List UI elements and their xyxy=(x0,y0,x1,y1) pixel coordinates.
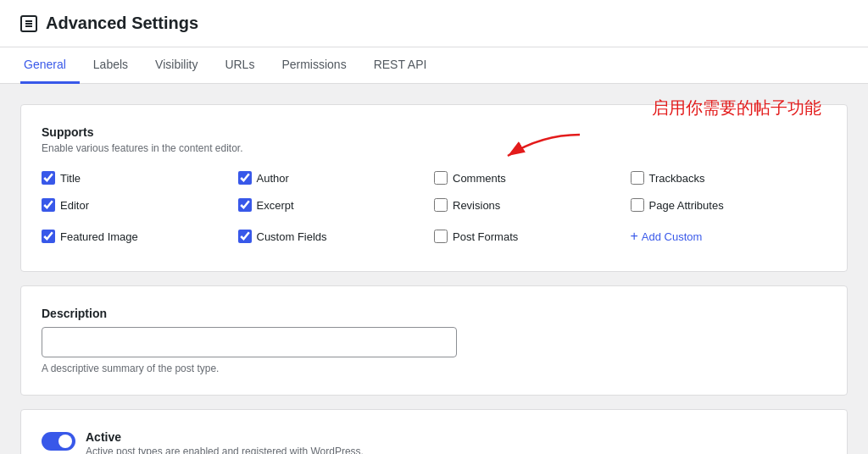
add-custom-label: Add Custom xyxy=(642,230,703,243)
add-custom-button[interactable]: + Add Custom xyxy=(631,225,703,247)
title-checkbox[interactable] xyxy=(42,171,55,185)
checkbox-excerpt[interactable]: Excerpt xyxy=(238,195,435,215)
checkbox-custom-fields[interactable]: Custom Fields xyxy=(238,222,435,251)
description-section: Description A descriptive summary of the… xyxy=(20,285,848,396)
tab-labels[interactable]: Labels xyxy=(80,47,142,84)
active-toggle[interactable] xyxy=(42,432,75,451)
toggle-slider xyxy=(42,432,75,451)
trackbacks-checkbox[interactable] xyxy=(631,171,644,185)
comments-label[interactable]: Comments xyxy=(453,172,506,185)
checkbox-post-formats[interactable]: Post Formats xyxy=(434,222,631,251)
post-formats-label[interactable]: Post Formats xyxy=(453,230,518,243)
excerpt-checkbox[interactable] xyxy=(238,198,252,212)
active-desc: Active post types are enabled and regist… xyxy=(86,446,364,454)
plus-icon: + xyxy=(631,229,638,244)
description-label: Description xyxy=(42,307,826,320)
author-label[interactable]: Author xyxy=(257,172,289,185)
featured-image-label[interactable]: Featured Image xyxy=(60,230,138,243)
active-title: Active xyxy=(86,430,364,444)
page-attributes-checkbox[interactable] xyxy=(631,198,644,212)
page-wrapper: Advanced Settings General Labels Visibil… xyxy=(0,0,868,454)
content-area: Supports Enable various features in the … xyxy=(0,84,868,454)
supports-grid: Title Author Comments Trackbacks Ed xyxy=(42,168,826,251)
checkbox-featured-image[interactable]: Featured Image xyxy=(42,222,238,251)
tabs-bar: General Labels Visibility URLs Permissio… xyxy=(0,47,868,84)
description-input[interactable] xyxy=(42,327,457,357)
description-hint: A descriptive summary of the post type. xyxy=(42,363,826,374)
custom-fields-checkbox[interactable] xyxy=(238,230,252,243)
supports-subtitle: Enable various features in the content e… xyxy=(42,142,826,154)
checkbox-editor[interactable]: Editor xyxy=(42,195,238,215)
checkbox-trackbacks[interactable]: Trackbacks xyxy=(631,168,827,188)
tab-general[interactable]: General xyxy=(20,47,80,84)
editor-label[interactable]: Editor xyxy=(60,199,89,212)
comments-checkbox[interactable] xyxy=(434,171,448,185)
tab-permissions[interactable]: Permissions xyxy=(268,47,359,84)
author-checkbox[interactable] xyxy=(238,171,252,185)
trackbacks-label[interactable]: Trackbacks xyxy=(649,172,705,185)
checkbox-comments[interactable]: Comments xyxy=(434,168,631,188)
editor-checkbox[interactable] xyxy=(42,198,55,212)
revisions-checkbox[interactable] xyxy=(434,198,448,212)
checkbox-author[interactable]: Author xyxy=(238,168,435,188)
post-formats-checkbox[interactable] xyxy=(434,230,448,243)
checkbox-title[interactable]: Title xyxy=(42,168,238,188)
settings-icon xyxy=(20,15,37,32)
page-header: Advanced Settings xyxy=(0,0,868,47)
custom-fields-label[interactable]: Custom Fields xyxy=(257,230,327,243)
annotation-text: 启用你需要的帖子功能 xyxy=(652,97,821,119)
checkbox-revisions[interactable]: Revisions xyxy=(434,195,631,215)
checkbox-page-attributes[interactable]: Page Attributes xyxy=(631,195,827,215)
page-attributes-label[interactable]: Page Attributes xyxy=(649,199,724,212)
tab-urls[interactable]: URLs xyxy=(211,47,268,84)
excerpt-label[interactable]: Excerpt xyxy=(257,199,294,212)
supports-title: Supports xyxy=(42,125,826,139)
active-row: Active Active post types are enabled and… xyxy=(42,430,826,454)
supports-section: Supports Enable various features in the … xyxy=(20,104,848,272)
page-title: Advanced Settings xyxy=(46,14,198,33)
active-section: Active Active post types are enabled and… xyxy=(20,409,848,454)
title-label[interactable]: Title xyxy=(60,172,81,185)
featured-image-checkbox[interactable] xyxy=(42,230,55,243)
tab-rest-api[interactable]: REST API xyxy=(360,47,441,84)
active-info: Active Active post types are enabled and… xyxy=(86,430,364,454)
add-custom-cell: + Add Custom xyxy=(631,222,827,251)
tab-visibility[interactable]: Visibility xyxy=(142,47,211,84)
revisions-label[interactable]: Revisions xyxy=(453,199,500,212)
annotation: 启用你需要的帖子功能 xyxy=(652,97,821,119)
